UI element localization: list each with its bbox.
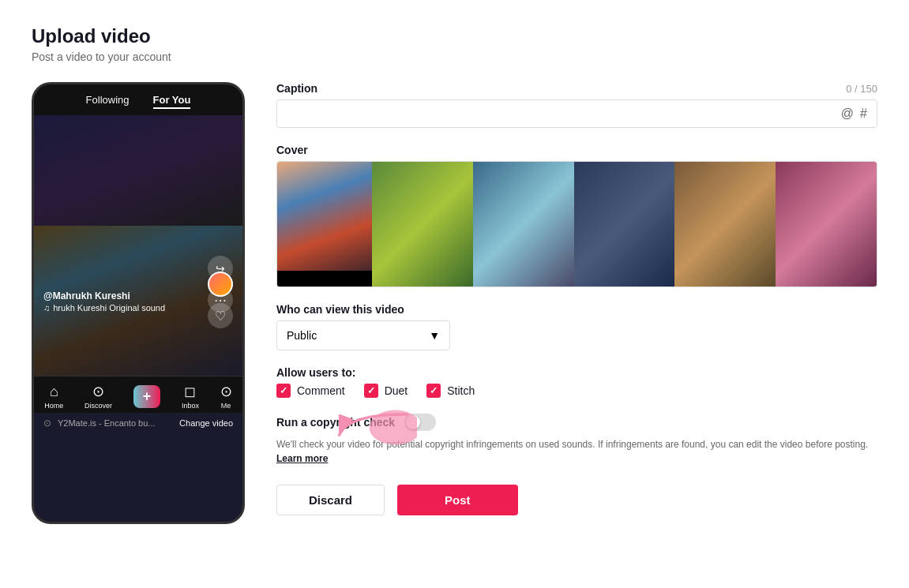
duet-checkbox[interactable]: ✓ bbox=[364, 384, 378, 398]
upload-form: Caption 0 / 150 @ # Cover bbox=[276, 82, 877, 515]
cover-thumb-4[interactable] bbox=[674, 162, 776, 287]
tab-following: Following bbox=[86, 94, 130, 109]
tab-for-you: For You bbox=[153, 94, 191, 109]
cover-strip[interactable] bbox=[276, 161, 877, 287]
discover-icon: ⊙ bbox=[92, 383, 104, 400]
page-subtitle: Post a video to your account bbox=[32, 51, 877, 63]
cover-section: Cover bbox=[276, 144, 877, 287]
page-title: Upload video bbox=[32, 25, 877, 47]
caption-actions: @ # bbox=[841, 107, 867, 121]
music-icon: ♫ bbox=[43, 303, 50, 313]
duet-label: Duet bbox=[385, 384, 408, 397]
video-filename: Y2Mate.is - Encanto bu... bbox=[58, 418, 173, 428]
caption-label-row: Caption 0 / 150 bbox=[276, 82, 877, 95]
nav-discover-label: Discover bbox=[85, 402, 112, 410]
stitch-label: Stitch bbox=[447, 384, 475, 397]
nav-discover[interactable]: ⊙ Discover bbox=[85, 383, 112, 410]
cover-selected-bar bbox=[277, 271, 372, 287]
caption-input[interactable] bbox=[287, 107, 841, 120]
comment-checkbox-item[interactable]: ✓ Comment bbox=[276, 384, 345, 398]
phone-video-top bbox=[34, 115, 242, 226]
nav-home-label: Home bbox=[44, 402, 63, 410]
cover-thumb-3[interactable] bbox=[574, 162, 675, 287]
username: @Mahrukh Kureshi bbox=[43, 290, 165, 301]
cover-thumb-1[interactable] bbox=[372, 162, 473, 287]
phone-nav-tabs: Following For You bbox=[34, 84, 242, 115]
cover-selected[interactable] bbox=[277, 162, 372, 287]
who-can-view-section: Who can view this video Public ▼ bbox=[276, 303, 877, 350]
cover-label: Cover bbox=[276, 144, 877, 156]
caption-input-wrapper[interactable]: @ # bbox=[276, 99, 877, 128]
phone-navbar: ⌂ Home ⊙ Discover + ◻ Inbox ⊙ Me bbox=[34, 376, 242, 413]
copyright-row: Run a copyright check bbox=[276, 414, 877, 431]
hashtag-button[interactable]: # bbox=[860, 107, 867, 121]
caption-section: Caption 0 / 150 @ # bbox=[276, 82, 877, 128]
comment-checkbox[interactable]: ✓ bbox=[276, 384, 291, 398]
duet-checkbox-item[interactable]: ✓ Duet bbox=[364, 384, 408, 398]
allow-users-section: Allow users to: ✓ Comment ✓ Duet ✓ Stitc… bbox=[276, 366, 877, 398]
copyright-info: We'll check your video for potential cop… bbox=[276, 437, 877, 466]
user-info: @Mahrukh Kureshi ♫ hrukh Kureshi Origina… bbox=[43, 290, 165, 313]
who-can-view-dropdown[interactable]: Public ▼ bbox=[276, 320, 450, 350]
cover-thumb-2[interactable] bbox=[473, 162, 574, 287]
at-mention-button[interactable]: @ bbox=[841, 107, 854, 121]
phone-video-bottom: ♡ ↪ ⋯ @Mahrukh Kureshi ♫ hrukh Kureshi O… bbox=[34, 226, 242, 376]
stitch-checkbox-item[interactable]: ✓ Stitch bbox=[426, 384, 475, 398]
change-video-button[interactable]: Change video bbox=[179, 418, 233, 428]
cover-thumb-5[interactable] bbox=[776, 162, 877, 287]
caption-label: Caption bbox=[276, 82, 317, 95]
learn-more-link[interactable]: Learn more bbox=[276, 453, 328, 464]
char-count: 0 / 150 bbox=[846, 83, 877, 95]
allow-users-row: ✓ Comment ✓ Duet ✓ Stitch bbox=[276, 384, 877, 398]
phone-video-area: ♡ ↪ ⋯ @Mahrukh Kureshi ♫ hrukh Kureshi O… bbox=[34, 115, 242, 376]
profile-icon: ⊙ bbox=[220, 383, 232, 400]
home-icon: ⌂ bbox=[50, 384, 58, 400]
nav-inbox[interactable]: ◻ Inbox bbox=[182, 383, 199, 410]
create-icon: + bbox=[133, 385, 161, 408]
cover-thumbnails bbox=[372, 162, 877, 287]
comment-label: Comment bbox=[297, 384, 345, 397]
phone-preview: Following For You ♡ ↪ ⋯ @Mahrukh Kureshi… bbox=[32, 82, 245, 524]
inbox-icon: ◻ bbox=[184, 383, 196, 400]
nav-me[interactable]: ⊙ Me bbox=[220, 383, 232, 410]
video-file-icon: ⊙ bbox=[43, 418, 51, 429]
chevron-down-icon: ▼ bbox=[429, 329, 440, 342]
who-can-view-label: Who can view this video bbox=[276, 303, 877, 316]
phone-bottom-bar: ⊙ Y2Mate.is - Encanto bu... Change video bbox=[34, 413, 242, 433]
copyright-toggle[interactable] bbox=[404, 414, 436, 431]
copyright-section: Run a copyright check bbox=[276, 414, 877, 466]
post-button[interactable]: Post bbox=[397, 485, 518, 515]
nav-home[interactable]: ⌂ Home bbox=[44, 384, 63, 410]
stitch-checkbox[interactable]: ✓ bbox=[426, 384, 441, 398]
nav-me-label: Me bbox=[221, 402, 231, 410]
who-can-view-value: Public bbox=[287, 329, 317, 342]
action-buttons: Discard Post bbox=[276, 485, 877, 515]
toggle-knob bbox=[406, 415, 420, 429]
dropdown-wrapper: Public ▼ bbox=[276, 320, 877, 350]
copyright-label: Run a copyright check bbox=[276, 416, 395, 429]
discard-button[interactable]: Discard bbox=[276, 485, 385, 515]
nav-inbox-label: Inbox bbox=[182, 402, 199, 410]
allow-users-label: Allow users to: bbox=[276, 366, 877, 379]
avatar bbox=[208, 272, 233, 297]
nav-create[interactable]: + bbox=[133, 385, 161, 408]
cover-selected-img bbox=[277, 162, 372, 287]
sound-info: ♫ hrukh Kureshi Original sound bbox=[43, 303, 165, 313]
